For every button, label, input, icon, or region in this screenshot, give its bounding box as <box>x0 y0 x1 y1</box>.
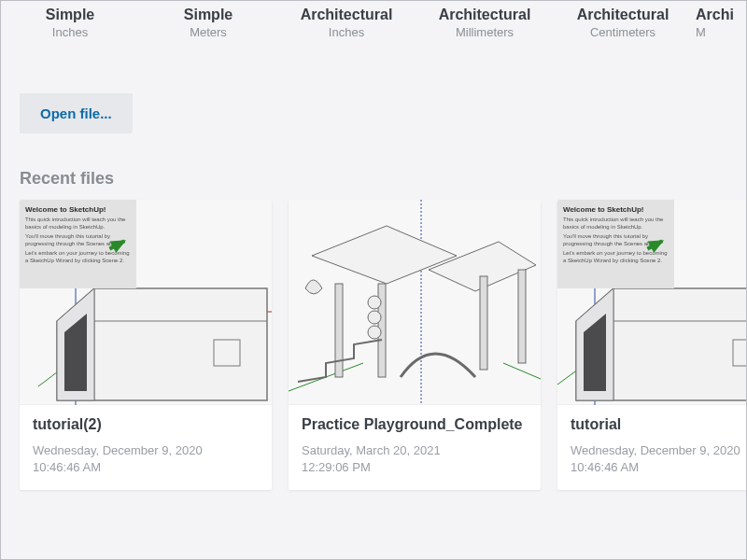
file-title: tutorial(2) <box>33 416 259 433</box>
template-sub: Inches <box>1 25 139 39</box>
recent-files-list: Welcome to SketchUp! This quick introduc… <box>1 200 746 490</box>
recent-files-heading: Recent files <box>20 169 746 189</box>
template-title: Architectural <box>416 7 554 23</box>
svg-line-9 <box>503 363 541 379</box>
template-arch-mm[interactable]: Architectural Millimeters <box>416 7 554 39</box>
file-meta: tutorial(2) Wednesday, December 9, 2020 … <box>20 405 272 490</box>
template-arch-inches[interactable]: Architectural Inches <box>277 7 416 39</box>
template-title: Archi <box>696 7 747 23</box>
svg-rect-24 <box>733 340 747 366</box>
svg-marker-10 <box>312 226 457 284</box>
file-title: Practice Playground_Complete <box>302 416 528 433</box>
svg-rect-6 <box>214 340 240 366</box>
file-title: tutorial <box>571 416 747 433</box>
template-simple-meters[interactable]: Simple Meters <box>139 7 277 39</box>
template-title: Architectural <box>277 7 416 23</box>
template-arch-cm[interactable]: Architectural Centimeters <box>554 7 692 39</box>
template-title: Simple <box>139 7 277 23</box>
file-date: Wednesday, December 9, 2020 <box>33 442 259 459</box>
template-title: Architectural <box>554 7 692 23</box>
thumbnail-overlay: Welcome to SketchUp! This quick introduc… <box>20 200 136 288</box>
svg-rect-15 <box>518 270 526 363</box>
file-date: Saturday, March 20, 2021 <box>302 442 528 459</box>
thumbnail-overlay: Welcome to SketchUp! This quick introduc… <box>557 200 674 288</box>
template-sub: Inches <box>277 25 416 39</box>
template-title: Simple <box>1 7 139 23</box>
template-strip: Simple Inches Simple Meters Architectura… <box>1 1 746 47</box>
file-meta: Practice Playground_Complete Saturday, M… <box>289 405 541 490</box>
template-sub: Millimeters <box>416 25 554 39</box>
open-file-row: Open file... <box>20 93 746 133</box>
file-meta: tutorial Wednesday, December 9, 2020 10:… <box>557 405 747 490</box>
svg-rect-12 <box>335 284 343 377</box>
template-simple-inches[interactable]: Simple Inches <box>1 7 139 39</box>
template-arch-cut[interactable]: Archi M <box>692 7 747 39</box>
open-file-button[interactable]: Open file... <box>20 93 133 133</box>
file-time: 10:46:46 AM <box>33 459 259 476</box>
recent-file-card[interactable]: Welcome to SketchUp! This quick introduc… <box>20 200 272 490</box>
recent-file-card[interactable]: Practice Playground_Complete Saturday, M… <box>289 200 541 490</box>
svg-point-16 <box>368 296 381 309</box>
svg-point-18 <box>368 326 381 339</box>
recent-file-card[interactable]: Welcome to SketchUp! This quick introduc… <box>557 200 747 490</box>
file-thumbnail: Welcome to SketchUp! This quick introduc… <box>557 200 747 405</box>
template-sub: M <box>696 25 747 39</box>
svg-point-17 <box>368 311 381 324</box>
template-sub: Centimeters <box>554 25 692 39</box>
template-sub: Meters <box>139 25 277 39</box>
file-time: 10:46:46 AM <box>571 459 747 476</box>
file-thumbnail: Welcome to SketchUp! This quick introduc… <box>20 200 272 405</box>
svg-rect-14 <box>480 276 487 370</box>
file-date: Wednesday, December 9, 2020 <box>571 442 747 459</box>
file-time: 12:29:06 PM <box>302 459 528 476</box>
file-thumbnail <box>289 200 541 405</box>
